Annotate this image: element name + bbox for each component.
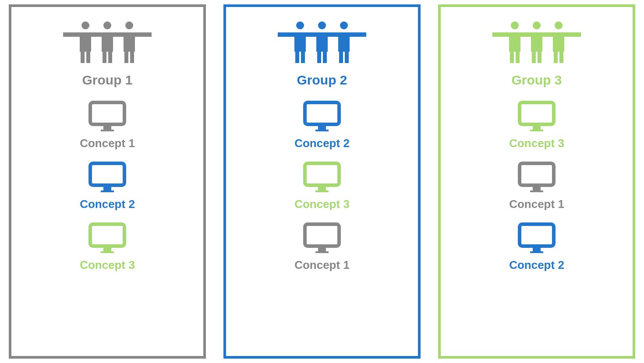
monitor-icon	[88, 100, 127, 133]
svg-rect-57	[520, 102, 554, 124]
concept-label: Concept 1	[294, 258, 350, 272]
svg-point-45	[533, 21, 541, 29]
svg-rect-8	[86, 52, 90, 63]
concept-label: Concept 2	[509, 258, 564, 272]
svg-rect-19	[90, 224, 124, 246]
svg-rect-59	[530, 130, 543, 131]
svg-rect-50	[553, 37, 564, 52]
diagram-container: Group 1 Concept 1 Concept 2 Concept 3	[9, 4, 635, 359]
concept-item: Concept 1	[294, 222, 350, 272]
monitor-icon	[517, 100, 556, 133]
svg-rect-17	[103, 187, 111, 190]
concept-label: Concept 1	[80, 137, 135, 150]
concept-item: Concept 2	[509, 222, 564, 272]
svg-rect-47	[492, 32, 581, 37]
svg-rect-38	[305, 163, 339, 185]
svg-rect-28	[338, 37, 350, 52]
svg-rect-37	[315, 130, 329, 131]
svg-point-1	[103, 21, 111, 29]
svg-rect-56	[559, 52, 563, 63]
svg-rect-7	[81, 52, 85, 63]
monitor-icon	[88, 161, 127, 194]
svg-rect-65	[530, 251, 543, 253]
svg-point-44	[511, 21, 519, 29]
svg-rect-43	[315, 251, 329, 253]
concept-item: Concept 1	[509, 161, 564, 211]
people-group-icon	[61, 20, 153, 66]
monitor-icon	[302, 222, 342, 255]
people-group-icon	[276, 20, 368, 66]
monitor-icon	[302, 100, 342, 133]
concept-item: Concept 3	[80, 222, 135, 272]
svg-rect-34	[345, 52, 349, 63]
svg-rect-26	[294, 37, 306, 52]
svg-rect-64	[533, 248, 541, 251]
svg-rect-58	[533, 126, 541, 130]
svg-rect-39	[318, 187, 326, 190]
svg-rect-31	[317, 52, 321, 63]
svg-rect-29	[295, 52, 299, 63]
svg-point-24	[340, 21, 348, 29]
concept-item: Concept 2	[294, 100, 350, 150]
svg-rect-21	[101, 251, 114, 253]
svg-rect-62	[530, 190, 543, 192]
monitor-icon	[517, 222, 556, 255]
svg-rect-36	[318, 126, 326, 130]
group-title: Group 2	[297, 73, 347, 88]
group-title: Group 1	[82, 73, 132, 88]
svg-rect-13	[90, 102, 124, 124]
svg-rect-3	[63, 32, 152, 37]
svg-rect-32	[323, 52, 327, 63]
svg-rect-10	[108, 52, 112, 63]
concept-item: Concept 1	[80, 100, 135, 150]
concept-label: Concept 3	[80, 258, 135, 272]
concept-label: Concept 3	[294, 197, 350, 211]
svg-rect-27	[316, 37, 328, 52]
svg-point-23	[318, 21, 326, 29]
svg-rect-18	[101, 190, 114, 192]
svg-rect-63	[520, 224, 554, 246]
concept-item: Concept 3	[294, 161, 350, 211]
concept-label: Concept 1	[509, 197, 564, 211]
svg-rect-20	[103, 248, 111, 251]
concept-item: Concept 2	[80, 161, 135, 211]
svg-rect-9	[103, 52, 106, 63]
svg-rect-51	[510, 52, 514, 63]
concept-label: Concept 2	[80, 197, 135, 211]
svg-rect-15	[101, 130, 114, 131]
svg-rect-48	[509, 37, 520, 52]
svg-rect-40	[315, 190, 329, 192]
svg-rect-14	[103, 126, 111, 130]
svg-rect-4	[80, 37, 91, 52]
panel-group-2: Group 2 Concept 2 Concept 3 Concept 1	[223, 4, 421, 359]
svg-rect-60	[520, 163, 554, 185]
svg-point-0	[81, 21, 89, 29]
svg-rect-55	[554, 52, 558, 63]
svg-point-46	[555, 21, 563, 29]
svg-rect-33	[339, 52, 343, 63]
monitor-icon	[88, 222, 127, 255]
svg-rect-42	[318, 248, 326, 251]
svg-rect-35	[305, 102, 339, 124]
svg-rect-54	[538, 52, 541, 63]
panel-group-3: Group 3 Concept 3 Concept 1 Concept 2	[438, 4, 635, 359]
monitor-icon	[302, 161, 342, 194]
svg-rect-49	[531, 37, 542, 52]
svg-rect-52	[516, 52, 520, 63]
svg-rect-11	[124, 52, 128, 63]
svg-rect-5	[102, 37, 113, 52]
concept-label: Concept 2	[294, 137, 350, 150]
svg-rect-16	[90, 163, 124, 185]
monitor-icon	[517, 161, 556, 194]
group-title: Group 3	[511, 73, 562, 88]
people-group-icon	[491, 20, 583, 66]
svg-rect-41	[305, 224, 339, 246]
svg-rect-61	[533, 187, 541, 190]
concept-item: Concept 3	[509, 100, 564, 150]
svg-rect-53	[532, 52, 536, 63]
svg-rect-12	[130, 52, 134, 63]
svg-point-2	[125, 21, 133, 29]
svg-rect-6	[124, 37, 135, 52]
concept-label: Concept 3	[509, 137, 564, 150]
svg-rect-30	[301, 52, 305, 63]
